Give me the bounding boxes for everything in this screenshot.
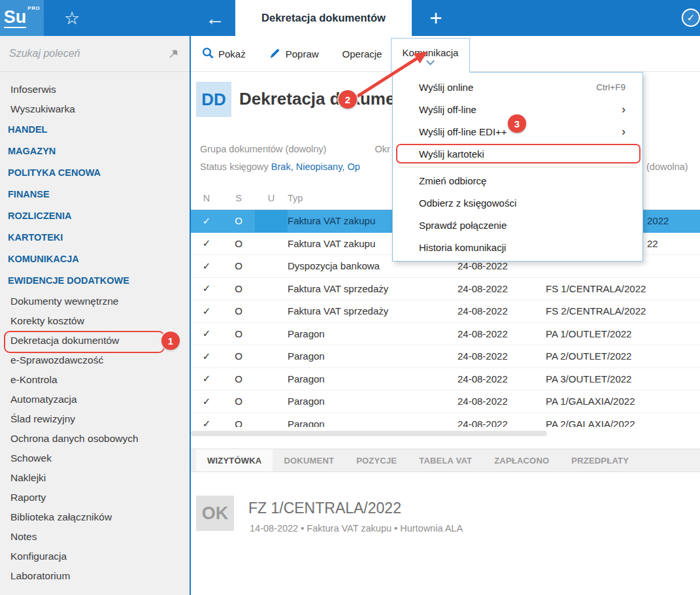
filter-line-1[interactable]: Grupa dokumentów (dowolny) Okr [200, 141, 390, 158]
menu-item-zmień-odbiorcę[interactable]: Zmień odbiorcę [393, 169, 642, 192]
chevron-down-icon [426, 57, 435, 65]
sidebar-item-konfiguracja[interactable]: Konfiguracja [0, 547, 190, 566]
sidebar-item-e-sprawozdawczość[interactable]: e-Sprawozdawczość [0, 350, 190, 370]
menu-shortcut: Ctrl+F9 [596, 82, 625, 92]
sidebar-item-biblioteka-załączników[interactable]: Biblioteka załączników [0, 507, 190, 527]
sidebar-item-korekty-kosztów[interactable]: Korekty kosztów [0, 311, 190, 331]
detail-tab-wizytówka[interactable]: WIZYTÓWKA [196, 449, 273, 471]
detail-tab-dokument[interactable]: DOKUMENT [273, 449, 345, 471]
filter-bar: Grupa dokumentów (dowolny) Okr Status ks… [200, 141, 390, 176]
sidebar-item-label: Dekretacja dokumentów [10, 335, 119, 346]
u-cell [255, 323, 288, 345]
table-row[interactable]: ✓OParagon24-08-2022PA 1/OUTLET/2022 [191, 323, 700, 346]
sidebar-item-raporty[interactable]: Raporty [0, 488, 190, 507]
filter-line-2[interactable]: Status księgowy Brak, Nieopisany, Op [200, 158, 390, 176]
table-row[interactable]: ✓OFaktura VAT sprzedaży24-08-2022FS 1/CE… [191, 278, 700, 301]
sidebar-item-komunikacja[interactable]: KOMUNIKACJA [0, 248, 190, 270]
logo-pro-label: PRO [27, 5, 40, 11]
menu-item-odbierz-z-księgowości[interactable]: Odbierz z księgowości [393, 192, 642, 214]
filter-group-value[interactable]: (dowolny) [286, 144, 327, 154]
status-check-icon[interactable]: ✓ [682, 8, 700, 27]
pin-icon[interactable] [169, 48, 179, 61]
operacje-label: Operacje [342, 48, 382, 60]
s-cell: O [222, 233, 255, 255]
new-tab-button[interactable]: + [422, 0, 450, 36]
s-cell: O [222, 345, 255, 367]
sidebar-item-dokumenty-wewnętrzne[interactable]: Dokumenty wewnętrzne [0, 292, 190, 311]
tab-dekretacja-dokumentow[interactable]: Dekretacja dokumentów [235, 0, 412, 36]
menu-item-historia-komunikacji[interactable]: Historia komunikacji [393, 236, 642, 258]
menu-item-label: Wyślij kartoteki [419, 148, 625, 160]
back-arrow-icon[interactable]: ← [196, 0, 234, 36]
menu-item-label: Wyślij online [419, 82, 596, 93]
sidebar-item-ewidencje-dodatkowe[interactable]: EWIDENCJE DODATKOWE [0, 270, 190, 292]
table-row[interactable]: ✓OParagon24-08-2022PA 1/GALAXIA/2022 [191, 390, 700, 413]
menu-item-label: Historia komunikacji [419, 242, 625, 253]
table-row[interactable]: ✓OParagon24-08-2022PA 2/GALAXIA/2022 [191, 413, 700, 428]
sidebar-item-wyszukiwarka[interactable]: Wyszukiwarka [0, 99, 190, 119]
s-cell: O [222, 413, 255, 428]
sidebar-item-finanse[interactable]: FINANSE [0, 184, 190, 205]
pencil-icon [269, 47, 281, 61]
n-cell: ✓ [191, 368, 222, 390]
sidebar-item-kartoteki[interactable]: KARTOTEKI [0, 227, 190, 248]
sidebar-item-infoserwis[interactable]: Infoserwis [0, 80, 190, 99]
detail-tab-zapłacono[interactable]: ZAPŁACONO [483, 449, 560, 471]
typ-cell: Faktura VAT sprzedaży [288, 278, 458, 300]
horizontal-scrollbar[interactable] [191, 431, 700, 437]
filter-status-value[interactable]: Brak, Nieopisany, Op [271, 162, 360, 172]
sidebar-item-ochrona-danych-osobowych[interactable]: Ochrona danych osobowych [0, 429, 190, 449]
sidebar-item-label: e-Sprawozdawczość [10, 354, 103, 366]
detail-tab-tabela-vat[interactable]: TABELA VAT [408, 449, 483, 471]
sidebar-item-label: e-Kontrola [10, 374, 58, 385]
module-badge: DD [196, 82, 231, 117]
header-n[interactable]: N [191, 186, 222, 209]
sidebar-item-ślad-rewizyjny[interactable]: Ślad rewizyjny [0, 409, 190, 429]
menu-item-sprawdź-połączenie[interactable]: Sprawdź połączenie [393, 214, 642, 236]
menu-item-wyślij-online[interactable]: Wyślij onlineCtrl+F9 [393, 76, 642, 98]
command-search[interactable]: Szukaj poleceń [0, 36, 190, 72]
u-cell [255, 390, 288, 413]
menu-separator [398, 167, 637, 167]
s-cell: O [222, 278, 255, 300]
typ-cell: Paragon [288, 345, 458, 367]
sidebar-item-rozliczenia[interactable]: ROZLICZENIA [0, 205, 190, 227]
sidebar-item-magazyn[interactable]: MAGAZYN [0, 141, 190, 162]
n-cell: ✓ [191, 413, 222, 428]
popraw-button[interactable]: Popraw [267, 36, 322, 72]
typ-cell: Paragon [288, 368, 458, 390]
app-logo[interactable]: SuPRO [0, 0, 44, 36]
sidebar-item-automatyzacja[interactable]: Automatyzacja [0, 390, 190, 409]
komunikacja-button[interactable]: Komunikacja [391, 38, 470, 73]
header-s[interactable]: S [222, 186, 255, 209]
sidebar-item-dekretacja-dokumentów[interactable]: Dekretacja dokumentów1 [0, 331, 190, 350]
scrollbar-thumb[interactable] [191, 431, 547, 436]
sidebar-item-naklejki[interactable]: Naklejki [0, 468, 190, 488]
sidebar-item-schowek[interactable]: Schowek [0, 449, 190, 468]
detail-tab-przedpłaty[interactable]: PRZEDPŁATY [560, 449, 640, 471]
n-cell: ✓ [191, 300, 222, 322]
date-cell: 24-08-2022 [458, 278, 546, 300]
pokaz-label: Pokaż [218, 48, 246, 60]
filter-right-value[interactable]: (dowolna) [646, 158, 688, 176]
s-cell: O [222, 323, 255, 345]
sidebar-item-e-kontrola[interactable]: e-Kontrola [0, 370, 190, 390]
s-cell: O [222, 255, 255, 277]
sidebar-item-label: Wyszukiwarka [10, 103, 75, 114]
sidebar-item-handel[interactable]: HANDEL [0, 119, 190, 141]
favorites-star-icon[interactable]: ☆ [58, 0, 86, 36]
table-row[interactable]: ✓OFaktura VAT sprzedaży24-08-2022FS 2/CE… [191, 300, 700, 323]
sidebar-item-polityka-cenowa[interactable]: POLITYKA CENOWA [0, 162, 190, 184]
sidebar-item-laboratorium[interactable]: Laboratorium [0, 566, 190, 586]
sidebar-item-label: Notes [10, 531, 37, 542]
num-cell: PA 2/OUTLET/2022 [546, 345, 700, 367]
sidebar-item-notes[interactable]: Notes [0, 527, 190, 547]
document-meta: 14-08-2022 • Faktura VAT zakupu • Hurtow… [250, 523, 463, 534]
pokaz-button[interactable]: Pokaż [199, 36, 248, 72]
table-row[interactable]: ✓OParagon24-08-2022PA 2/OUTLET/2022 [191, 345, 700, 368]
operacje-button[interactable]: Operacje [340, 36, 385, 72]
header-u[interactable]: U [255, 186, 288, 209]
table-row[interactable]: ✓OParagon24-08-2022PA 3/OUTLET/2022 [191, 368, 700, 391]
detail-tab-pozycje[interactable]: POZYCJE [345, 449, 408, 471]
menu-item-wyślij-kartoteki[interactable]: Wyślij kartoteki [393, 143, 642, 165]
